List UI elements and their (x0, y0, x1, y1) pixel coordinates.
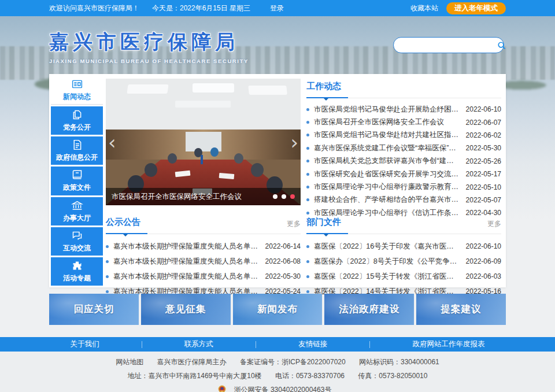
search-icon (497, 41, 506, 50)
news-title: 嘉兴市本级长期护理保险重度失能人员名单公示（2... (113, 272, 265, 282)
carousel-caption[interactable]: 市医保局召开全市医保网络安全工作会议 (112, 192, 268, 202)
quick-link-respond-concerns[interactable]: 回应关切 (49, 294, 139, 325)
notices-more-link[interactable]: 更多 (287, 219, 301, 229)
notices-list: 嘉兴市本级长期护理保险重度失能人员名单公示（2... 2022-06-14 嘉兴… (106, 234, 301, 299)
quick-link-label: 新闻发布 (257, 303, 298, 316)
section-title[interactable]: 部门文件 (306, 217, 341, 233)
carousel-next-arrow[interactable]: › (290, 132, 298, 152)
search-button[interactable] (497, 41, 512, 50)
sidebar-item-news[interactable]: 新闻动态 (51, 76, 103, 105)
quick-link-label: 法治政府建设 (339, 303, 399, 316)
news-date: 2022-05-10 (466, 183, 501, 191)
bullet-icon (306, 290, 309, 293)
news-title: 嘉医保〔2022〕16号关于印发《嘉兴市医疗保... (314, 242, 466, 252)
quick-link-news-release[interactable]: 新闻发布 (233, 294, 323, 325)
news-title: 嘉兴市本级长期护理保险重度失能人员名单公示（2... (113, 242, 265, 252)
news-date: 2022-06-09 (466, 257, 501, 265)
quick-links-row: 回应关切 意见征集 新闻发布 法治政府建设 提案建议 (49, 294, 506, 325)
files-icon (71, 109, 83, 121)
document-icon (71, 139, 83, 151)
chat-icon (71, 230, 83, 242)
news-list-item[interactable]: 嘉兴市本级长期护理保险重度失能人员名单公示（2... 2022-06-14 (106, 239, 301, 254)
bullet-icon (106, 290, 109, 293)
section-title[interactable]: 公示公告 (106, 217, 140, 233)
news-title: 市医保局理论学习中心组举行廉政警示教育专题学习... (314, 182, 466, 192)
divider (369, 341, 370, 348)
footer-line-2: 地址：嘉兴市中环南路1469号中南大厦10楼 电话：0573-83370706 … (0, 371, 555, 381)
sidebar-item-party-affairs[interactable]: 党务公开 (51, 106, 103, 135)
dept-docs-list: 嘉医保〔2022〕16号关于印发《嘉兴市医疗保... 2022-06-10 嘉医… (306, 234, 501, 299)
search-input[interactable] (394, 41, 497, 49)
news-list-item[interactable]: 嘉兴市本级长期护理保险重度失能人员名单公示（2... 2022-05-30 (106, 269, 301, 284)
bullet-icon (306, 108, 309, 111)
search-box (393, 37, 504, 53)
news-list-item[interactable]: 市医保局机关党总支部获评嘉兴市争创“建设清廉机... 2022-05-26 (306, 155, 501, 168)
sidebar-item-service-hall[interactable]: 办事大厅 (51, 197, 103, 225)
news-list-item[interactable]: 市医保局理论学习中心组举行廉政警示教育专题学习... 2022-05-10 (306, 180, 501, 193)
sitemap-link[interactable]: 网站地图 (116, 358, 143, 366)
quick-link-opinion-collection[interactable]: 意见征集 (141, 294, 231, 325)
section-dept-docs: 部门文件 更多 嘉医保〔2022〕16号关于印发《嘉兴市医疗保... 2022-… (306, 217, 501, 299)
carousel-caption-bar: 市医保局召开全市医保网络安全工作会议 (106, 188, 301, 205)
carousel-dot-1[interactable] (273, 194, 278, 199)
footer-line-1: 网站地图 嘉兴市医疗保障局主办 备案证编号：浙ICP备2022007020 网站… (0, 357, 555, 367)
news-date: 2022-05-17 (466, 170, 501, 178)
news-list-item[interactable]: 嘉医保〔2022〕16号关于印发《嘉兴市医疗保... 2022-06-10 (306, 239, 501, 254)
section-title-underline (306, 233, 348, 234)
carousel-dot-3[interactable] (290, 194, 295, 199)
news-list-item[interactable]: 市医保局召开全市医保网络安全工作会议 2022-06-07 (306, 116, 501, 128)
footer-link-about[interactable]: 关于我们 (71, 339, 99, 349)
news-list-item[interactable]: 搭建校企合作、产学研相结合的平台嘉兴市长期护理... 2022-05-07 (306, 194, 501, 206)
section-header: 部门文件 更多 (306, 217, 501, 234)
date-text: 今天是：2022年6月15日 星期三 (152, 3, 250, 13)
news-list-item[interactable]: 嘉兴市医保系统党建工作会议暨“幸福医保”党建联... 2022-05-30 (306, 142, 501, 154)
elder-mode-button[interactable]: 进入老年模式 (446, 2, 506, 14)
news-title: 嘉兴市医保系统党建工作会议暨“幸福医保”党建联... (314, 143, 466, 153)
section-header: 公示公告 更多 (106, 217, 301, 234)
news-list-item[interactable]: 嘉兴市本级长期护理保险重度失能人员名单公示（2... 2022-06-08 (106, 254, 301, 269)
sidebar-item-policy-docs[interactable]: 政策文件 (51, 167, 103, 195)
sidebar-item-interaction[interactable]: 互动交流 (51, 227, 103, 256)
news-date: 2022-05-30 (466, 144, 501, 152)
carousel-dot-2[interactable] (282, 194, 286, 199)
section-header: 工作动态 (306, 81, 501, 98)
bullet-icon (306, 260, 309, 263)
news-list-item[interactable]: 嘉医保办〔2022〕8号关于印发《公平竞争审查... 2022-06-09 (306, 254, 501, 269)
news-list-item[interactable]: 市医保局党组书记马俊华赴企开展助企纾困活动 2022-06-10 (306, 103, 501, 116)
news-date: 2022-06-03 (466, 272, 501, 280)
quick-link-proposals[interactable]: 提案建议 (416, 294, 506, 325)
footer-link-friendly-links[interactable]: 友情链接 (298, 339, 327, 349)
bullet-icon (106, 260, 109, 263)
news-title: 嘉医保〔2022〕15号关于转发《浙江省医疗保... (314, 272, 466, 282)
police-badge-icon (218, 385, 226, 392)
favorite-link[interactable]: 收藏本站 (410, 3, 438, 13)
news-date: 2022-06-14 (265, 242, 301, 250)
news-list-item[interactable]: 市医保研究会赴省医保研究会开展学习交流活动 2022-05-17 (306, 168, 501, 180)
sidebar-item-gov-info[interactable]: 政府信息公开 (51, 136, 103, 165)
news-title: 市医保局机关党总支部获评嘉兴市争创“建设清廉机... (314, 156, 466, 166)
topbar: 欢迎访问嘉兴市医疗保障局！ 今天是：2022年6月15日 星期三 登录 收藏本站… (0, 0, 555, 16)
news-list-item[interactable]: 市医保局党组书记马俊华赴结对共建社区指导全国文... 2022-06-02 (306, 129, 501, 142)
sidebar-item-label: 办事大厅 (63, 213, 91, 223)
dept-docs-more-link[interactable]: 更多 (487, 219, 501, 229)
sidebar-item-label: 政策文件 (63, 183, 91, 193)
sidebar-item-special-topics[interactable]: 活动专题 (51, 257, 103, 286)
section-title[interactable]: 工作动态 (306, 81, 341, 97)
site-title: 嘉兴市医疗保障局 (49, 29, 249, 56)
divider (142, 341, 142, 348)
bullet-icon (306, 275, 309, 278)
news-list-item[interactable]: 嘉医保〔2022〕15号关于转发《浙江省医疗保... 2022-06-03 (306, 269, 501, 284)
quick-link-law-government[interactable]: 法治政府建设 (324, 294, 414, 325)
security-record-link[interactable]: 浙公网安备 33040202000463号 (234, 386, 332, 392)
work-news-list: 市医保局党组书记马俊华赴企开展助企纾困活动 2022-06-10 市医保局召开全… (306, 98, 501, 220)
bullet-icon (106, 245, 109, 248)
bullet-icon (306, 121, 309, 124)
news-carousel[interactable]: ‹ › 市医保局召开全市医保网络安全工作会议 (106, 79, 301, 205)
footer-link-annual-report[interactable]: 政府网站工作年度报表 (412, 339, 484, 349)
login-link[interactable]: 登录 (270, 3, 284, 13)
bullet-icon (306, 160, 309, 162)
bullet-icon (106, 275, 109, 278)
carousel-prev-arrow[interactable]: ‹ (108, 132, 116, 152)
bullet-icon (306, 134, 309, 136)
footer-link-contact[interactable]: 联系方式 (184, 339, 213, 349)
